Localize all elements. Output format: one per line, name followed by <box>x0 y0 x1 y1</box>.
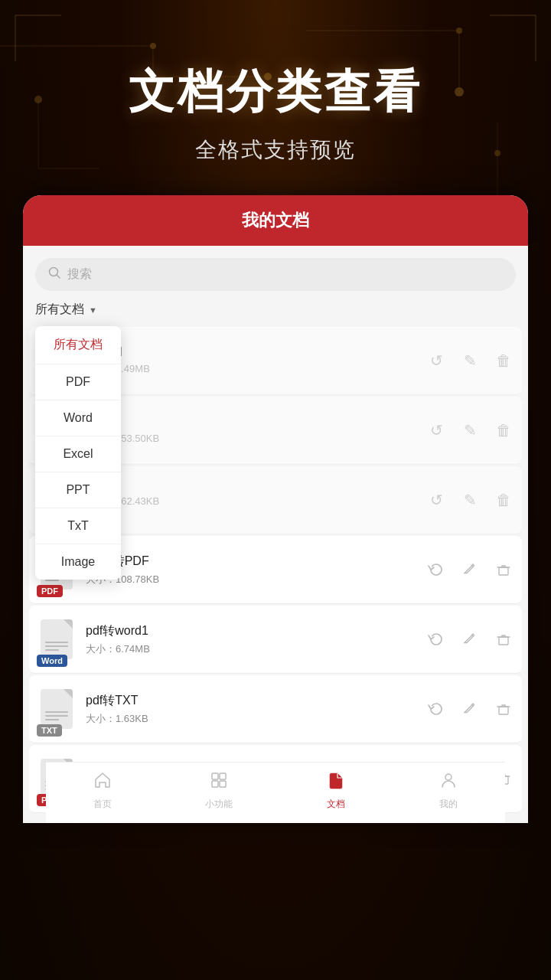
nav-item-docs[interactable]: 文档 <box>326 770 346 811</box>
svg-rect-21 <box>499 567 508 575</box>
dropdown-item-ppt[interactable]: PPT <box>35 472 121 508</box>
filter-dropdown: 所有文档 PDF Word Excel PPT TxT Image <box>35 326 121 580</box>
tools-icon <box>209 770 229 795</box>
file-item-6[interactable]: TXT pdf转TXT 大小：1.63KB <box>29 675 522 743</box>
file-name-6: pdf转TXT <box>86 693 419 709</box>
svg-point-29 <box>445 774 452 780</box>
file-name-1: ...word <box>86 345 419 359</box>
filter-label: 所有文档 <box>35 302 84 318</box>
file-name-4: word转PDF <box>86 554 419 570</box>
svg-rect-25 <box>212 773 218 779</box>
nav-label-tools: 小功能 <box>205 798 233 811</box>
dropdown-item-image[interactable]: Image <box>35 544 121 580</box>
refresh-btn-4[interactable] <box>425 559 447 580</box>
svg-rect-22 <box>499 637 508 645</box>
svg-line-20 <box>57 276 60 279</box>
file-badge-4: PDF <box>37 585 63 597</box>
file-name-5: pdf转word1 <box>86 623 419 639</box>
card-title: 我的文档 <box>242 211 309 230</box>
file-name-2: ...ord <box>86 415 419 429</box>
nav-label-docs: 文档 <box>327 798 345 811</box>
search-placeholder-text: 搜索 <box>67 266 92 283</box>
file-size-1: 大小：1.49MB <box>86 362 419 376</box>
edit-btn-5[interactable] <box>459 629 481 650</box>
nav-label-home: 首页 <box>93 798 112 811</box>
nav-item-tools[interactable]: 小功能 <box>205 770 233 811</box>
edit-btn-4[interactable] <box>459 559 481 580</box>
file-badge-5: Word <box>37 655 67 667</box>
nav-label-mine: 我的 <box>439 798 458 811</box>
dropdown-item-word[interactable]: Word <box>35 400 121 436</box>
delete-btn-5[interactable] <box>493 629 514 650</box>
dropdown-item-excel[interactable]: Excel <box>35 436 121 472</box>
delete-btn-2[interactable]: 🗑 <box>493 420 514 441</box>
docs-icon <box>326 770 346 795</box>
filter-button[interactable]: 所有文档 ▼ <box>35 302 97 318</box>
delete-btn-3[interactable]: 🗑 <box>493 489 514 511</box>
home-icon <box>93 770 112 795</box>
mine-icon <box>439 770 458 795</box>
search-bar[interactable]: 搜索 <box>35 258 516 291</box>
bottom-nav: 首页 小功能 文档 我的 <box>46 762 505 823</box>
dropdown-item-all[interactable]: 所有文档 <box>35 326 121 364</box>
file-badge-6: TXT <box>37 724 62 737</box>
hero-subtitle: 全格式支持预览 <box>0 136 551 165</box>
file-size-6: 大小：1.63KB <box>86 712 419 726</box>
delete-btn-4[interactable] <box>493 559 514 580</box>
filter-arrow-icon: ▼ <box>89 305 97 315</box>
delete-btn-6[interactable] <box>493 698 514 720</box>
svg-point-19 <box>50 268 58 276</box>
refresh-btn-2[interactable]: ↺ <box>425 420 447 441</box>
card-header: 我的文档 <box>23 195 528 246</box>
file-size-4: 大小：108.78KB <box>86 573 419 586</box>
dropdown-item-pdf[interactable]: PDF <box>35 364 121 400</box>
file-item-5[interactable]: Word pdf转word1 大小：6.74MB <box>29 606 522 674</box>
refresh-btn-5[interactable] <box>425 629 447 650</box>
file-size-2: 大小：353.50KB <box>86 432 419 446</box>
filter-row: 所有文档 ▼ 所有文档 PDF Word Excel PPT TxT Image <box>23 299 528 325</box>
nav-item-home[interactable]: 首页 <box>93 770 112 811</box>
svg-rect-28 <box>220 781 226 787</box>
refresh-btn-1[interactable]: ↺ <box>425 350 447 371</box>
svg-rect-26 <box>220 773 226 779</box>
svg-rect-27 <box>212 781 218 787</box>
edit-btn-6[interactable] <box>459 698 481 720</box>
hero-title: 文档分类查看 <box>0 61 551 123</box>
file-size-3: 大小：362.43KB <box>86 495 419 508</box>
nav-item-mine[interactable]: 我的 <box>439 770 458 811</box>
main-card: 我的文档 搜索 所有文档 ▼ 所有文档 PDF Word Excel PPT T… <box>23 195 528 823</box>
refresh-btn-3[interactable]: ↺ <box>425 489 447 511</box>
dropdown-item-txt[interactable]: TxT <box>35 508 121 544</box>
edit-btn-2[interactable]: ✎ <box>459 420 481 441</box>
delete-btn-1[interactable]: 🗑 <box>493 350 514 371</box>
svg-rect-23 <box>499 707 508 714</box>
edit-btn-3[interactable]: ✎ <box>459 489 481 511</box>
refresh-btn-6[interactable] <box>425 698 447 720</box>
file-size-5: 大小：6.74MB <box>86 642 419 656</box>
edit-btn-1[interactable]: ✎ <box>459 350 481 371</box>
